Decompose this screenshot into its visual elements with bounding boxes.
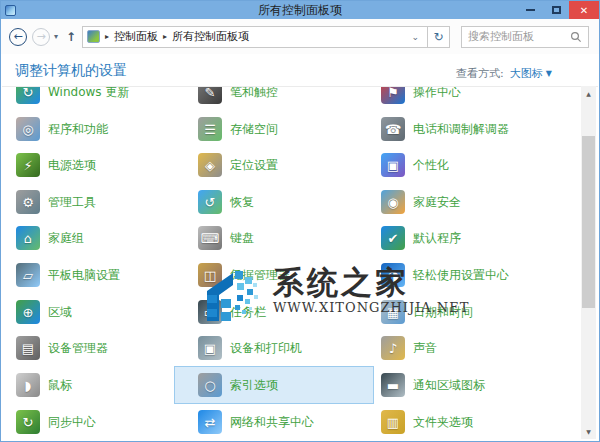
- cp-item-label: 鼠标: [48, 377, 72, 394]
- recent-pages-caret-icon[interactable]: ▾: [54, 32, 58, 41]
- recovery-icon: ↺: [198, 190, 222, 214]
- windows-update-icon: ↻: [16, 86, 40, 104]
- cp-item-default-programs[interactable]: ✔默认程序: [357, 219, 557, 257]
- programs-and-features-icon: ◎: [16, 117, 40, 141]
- cp-item-label: 平板电脑设置: [48, 267, 120, 284]
- cp-item-label: 索引选项: [230, 377, 278, 394]
- breadcrumb-separator-icon: ▸: [105, 32, 109, 41]
- cp-item-keyboard[interactable]: ⌨键盘: [174, 219, 374, 257]
- mouse-icon: ◗: [16, 373, 40, 397]
- close-button[interactable]: ✕: [569, 1, 599, 19]
- folder-options-icon: ▥: [381, 410, 405, 434]
- cp-item-windows-update[interactable]: ↻Windows 更新: [2, 86, 192, 111]
- view-by-label: 查看方式:: [456, 66, 504, 81]
- refresh-button[interactable]: ↻: [428, 26, 450, 48]
- minimize-button[interactable]: [517, 1, 543, 19]
- cp-item-action-center[interactable]: ⚑操作中心: [357, 86, 557, 111]
- cp-item-sound[interactable]: ♪声音: [357, 329, 557, 367]
- breadcrumb-current[interactable]: 所有控制面板项: [172, 29, 249, 44]
- cp-item-network-sharing-center[interactable]: ⇄网络和共享中心: [174, 403, 374, 440]
- cp-item-recovery[interactable]: ↺恢复: [174, 183, 374, 221]
- back-button[interactable]: ←: [9, 28, 27, 46]
- watermark-title: 系统之家: [273, 265, 469, 299]
- cp-item-label: 电话和调制解调器: [413, 121, 509, 138]
- cp-item-label: 设备管理器: [48, 340, 108, 357]
- search-input[interactable]: [468, 30, 570, 43]
- address-bar[interactable]: ▸ 控制面板 ▸ 所有控制面板项 ⌄: [82, 26, 428, 48]
- watermark: 系统之家 WWW.XITONGZHIJIA.NET: [207, 265, 469, 329]
- cp-item-region[interactable]: ⊕区域: [2, 293, 192, 331]
- cp-item-label: 网络和共享中心: [230, 414, 314, 431]
- cp-item-family-safety[interactable]: ◉家庭安全: [357, 183, 557, 221]
- cp-item-sync-center[interactable]: ↻同步中心: [2, 403, 192, 440]
- administrative-tools-icon: ⚙: [16, 190, 40, 214]
- cp-item-label: 默认程序: [413, 230, 461, 247]
- up-button[interactable]: ↑: [66, 30, 76, 44]
- cp-item-homegroup[interactable]: ⌂家庭组: [2, 219, 192, 257]
- notification-area-icons-icon: ▬: [381, 373, 405, 397]
- address-dropdown-icon[interactable]: ⌄: [408, 32, 424, 42]
- cp-item-location-settings[interactable]: ◈定位设置: [174, 146, 374, 184]
- cp-item-tablet-pc-settings[interactable]: ▱平板电脑设置: [2, 256, 192, 294]
- default-programs-icon: ✔: [381, 226, 405, 250]
- cp-item-label: 笔和触控: [230, 86, 278, 101]
- cp-item-storage-spaces[interactable]: ☰存储空间: [174, 110, 374, 148]
- cp-item-folder-options[interactable]: ▥文件夹选项: [357, 403, 557, 440]
- xitongzhijia-logo-icon: [207, 265, 269, 329]
- cp-item-notification-area-icons[interactable]: ▬通知区域图标: [357, 366, 557, 404]
- cp-item-devices-and-printers[interactable]: ▣设备和打印机: [174, 329, 374, 367]
- phone-and-modem-icon: ☎: [381, 117, 405, 141]
- search-icon: [570, 31, 582, 43]
- cp-item-phone-and-modem[interactable]: ☎电话和调制解调器: [357, 110, 557, 148]
- device-manager-icon: ▤: [16, 336, 40, 360]
- navigation-toolbar: ← → ▾ ↑ ▸ 控制面板 ▸ 所有控制面板项 ⌄ ↻: [1, 19, 599, 54]
- location-settings-icon: ◈: [198, 153, 222, 177]
- cp-item-indexing-options[interactable]: ○索引选项: [174, 366, 374, 404]
- indexing-options-icon: ○: [198, 373, 222, 397]
- sound-icon: ♪: [381, 336, 405, 360]
- keyboard-icon: ⌨: [198, 226, 222, 250]
- cp-item-label: 存储空间: [230, 121, 278, 138]
- cp-item-label: 通知区域图标: [413, 377, 485, 394]
- items-viewport: ↻Windows 更新✎笔和触控⚑操作中心◎程序和功能☰存储空间☎电话和调制解调…: [2, 86, 598, 440]
- cp-item-label: 家庭安全: [413, 194, 461, 211]
- vertical-scrollbar[interactable]: ▲ ▼: [581, 86, 596, 439]
- cp-item-programs-and-features[interactable]: ◎程序和功能: [2, 110, 192, 148]
- pen-and-touch-icon: ✎: [198, 86, 222, 104]
- cp-item-power-options[interactable]: ⚡电源选项: [2, 146, 192, 184]
- forward-button[interactable]: →: [32, 28, 50, 46]
- maximize-button[interactable]: [543, 1, 569, 19]
- cp-item-label: 设备和打印机: [230, 340, 302, 357]
- scroll-down-icon[interactable]: ▼: [581, 424, 596, 439]
- region-icon: ⊕: [16, 300, 40, 324]
- control-panel-window: 所有控制面板项 ✕ ← → ▾ ↑ ▸ 控制面板 ▸ 所有控制面板项 ⌄ ↻: [0, 0, 600, 442]
- scrollbar-thumb[interactable]: [582, 136, 595, 308]
- storage-spaces-icon: ☰: [198, 117, 222, 141]
- cp-item-administrative-tools[interactable]: ⚙管理工具: [2, 183, 192, 221]
- action-center-icon: ⚑: [381, 86, 405, 104]
- cp-item-label: 区域: [48, 304, 72, 321]
- cp-item-label: 家庭组: [48, 230, 84, 247]
- cp-item-device-manager[interactable]: ▤设备管理器: [2, 329, 192, 367]
- cp-item-mouse[interactable]: ◗鼠标: [2, 366, 192, 404]
- cp-item-label: 定位设置: [230, 157, 278, 174]
- cp-item-label: 个性化: [413, 157, 449, 174]
- cp-item-pen-and-touch[interactable]: ✎笔和触控: [174, 86, 374, 111]
- cp-item-label: 电源选项: [48, 157, 96, 174]
- cp-item-label: 键盘: [230, 230, 254, 247]
- view-by-value[interactable]: 大图标: [510, 66, 543, 81]
- view-by-control[interactable]: 查看方式: 大图标 ▼: [456, 66, 552, 81]
- cp-item-label: 程序和功能: [48, 121, 108, 138]
- family-safety-icon: ◉: [381, 190, 405, 214]
- cp-item-label: Windows 更新: [48, 86, 129, 101]
- breadcrumb-root[interactable]: 控制面板: [114, 29, 158, 44]
- watermark-url: WWW.XITONGZHIJIA.NET: [273, 300, 469, 315]
- scroll-up-icon[interactable]: ▲: [581, 86, 596, 101]
- titlebar: 所有控制面板项 ✕: [1, 1, 599, 19]
- cp-item-label: 同步中心: [48, 414, 96, 431]
- view-by-caret-icon: ▼: [546, 69, 552, 78]
- power-options-icon: ⚡: [16, 153, 40, 177]
- homegroup-icon: ⌂: [16, 226, 40, 250]
- cp-item-personalization[interactable]: ▣个性化: [357, 146, 557, 184]
- search-box[interactable]: [461, 26, 589, 48]
